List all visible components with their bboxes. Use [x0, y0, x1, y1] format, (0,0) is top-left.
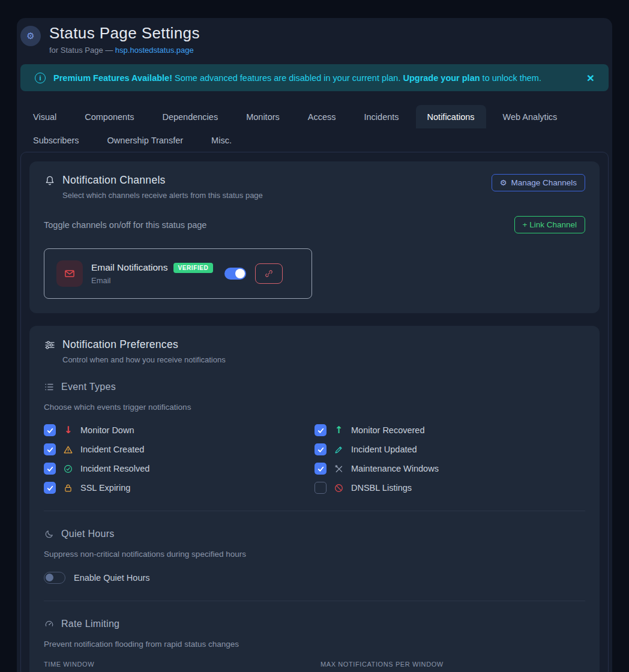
- settings-tabs: Visual Components Dependencies Monitors …: [20, 105, 585, 152]
- warning-triangle-icon: [63, 445, 73, 455]
- divider: [44, 511, 585, 511]
- page-title: Status Page Settings: [49, 24, 200, 43]
- event-item-monitor-down: ↓ Monitor Down: [44, 424, 314, 436]
- quiet-hours-section: Quiet Hours Suppress non-critical notifi…: [44, 529, 585, 584]
- channel-type: Email: [91, 276, 224, 285]
- event-item-incident-updated: Incident Updated: [314, 443, 585, 455]
- tab-access[interactable]: Access: [296, 105, 348, 128]
- event-item-monitor-recovered: ↑ Monitor Recovered: [314, 424, 585, 436]
- quiet-hours-desc: Suppress non-critical notifications duri…: [44, 550, 585, 559]
- notification-preferences-card: Notification Preferences Control when an…: [29, 326, 600, 672]
- event-item-ssl-expiring: SSL Expiring: [44, 482, 314, 494]
- monitor-down-checkbox[interactable]: [44, 424, 56, 436]
- gauge-icon: [44, 619, 55, 629]
- ban-icon: [334, 483, 344, 493]
- arrow-down-icon: ↓: [63, 425, 73, 436]
- event-item-incident-resolved: Incident Resolved: [44, 463, 314, 475]
- event-types-grid: ↓ Monitor Down ↑ Monitor Recovered: [44, 424, 585, 494]
- preferences-title: Notification Preferences: [62, 338, 178, 351]
- event-label: DNSBL Listings: [351, 483, 412, 493]
- tab-web-analytics[interactable]: Web Analytics: [492, 105, 569, 128]
- channel-name: Email Notifications: [91, 262, 168, 273]
- link-channel-label: + Link Channel: [523, 220, 577, 229]
- event-item-incident-created: Incident Created: [44, 443, 314, 455]
- event-item-dnsbl-listings: DNSBL Listings: [314, 482, 585, 494]
- settings-panel: ⚙ Status Page Settings for Status Page —…: [17, 18, 612, 672]
- notification-channels-card: Notification Channels Select which chann…: [29, 161, 600, 313]
- channels-subtitle: Select which channels receive alerts fro…: [62, 191, 263, 200]
- tab-incidents[interactable]: Incidents: [353, 105, 411, 128]
- tab-visual[interactable]: Visual: [22, 105, 68, 128]
- sliders-icon: [44, 339, 56, 351]
- list-icon: [44, 382, 55, 392]
- rate-limiting-heading: Rate Limiting: [61, 619, 119, 629]
- link-channel-button[interactable]: + Link Channel: [514, 216, 585, 233]
- monitor-recovered-checkbox[interactable]: [314, 424, 327, 436]
- tab-components[interactable]: Components: [73, 105, 145, 128]
- upgrade-plan-link[interactable]: Upgrade your plan: [403, 73, 480, 83]
- event-types-section: Event Types Choose which events trigger …: [44, 382, 585, 494]
- envelope-icon: [56, 260, 83, 287]
- email-channel-toggle[interactable]: [224, 268, 246, 280]
- page-subtitle: for Status Page — hsp.hostedstatus.page: [49, 46, 200, 55]
- event-types-heading: Event Types: [61, 382, 116, 392]
- gear-icon: ⚙: [500, 178, 507, 187]
- verified-badge: VERIFIED: [173, 263, 214, 273]
- banner-text: Premium Features Available! Some advance…: [53, 73, 541, 83]
- tab-misc[interactable]: Misc.: [200, 128, 243, 152]
- event-item-maintenance-windows: Maintenance Windows: [314, 463, 585, 475]
- event-label: Monitor Down: [80, 425, 134, 435]
- event-label: Monitor Recovered: [351, 425, 425, 435]
- event-label: Incident Created: [80, 445, 144, 454]
- gear-icon: ⚙: [20, 26, 41, 46]
- event-label: Maintenance Windows: [351, 464, 439, 473]
- tab-notifications[interactable]: Notifications: [416, 105, 486, 128]
- rate-limiting-desc: Prevent notification flooding from rapid…: [44, 640, 585, 649]
- info-icon: i: [35, 73, 46, 83]
- banner-suffix: to unlock them.: [480, 73, 541, 83]
- ssl-expiring-checkbox[interactable]: [44, 482, 56, 494]
- divider: [44, 601, 585, 601]
- premium-banner: i Premium Features Available! Some advan…: [20, 64, 609, 91]
- chain-link-icon: [264, 269, 274, 278]
- max-notifications-label: MAX NOTIFICATIONS PER WINDOW: [321, 661, 585, 668]
- status-page-link[interactable]: hsp.hostedstatus.page: [115, 46, 194, 55]
- manage-channels-button[interactable]: ⚙ Manage Channels: [492, 174, 585, 191]
- dnsbl-listings-checkbox[interactable]: [314, 482, 327, 494]
- rate-limiting-section: Rate Limiting Prevent notification flood…: [44, 619, 585, 672]
- notifications-tab-content: Notification Channels Select which chann…: [20, 152, 609, 672]
- tab-monitors[interactable]: Monitors: [235, 105, 291, 128]
- tools-icon: [334, 464, 344, 474]
- lock-icon: [63, 483, 73, 493]
- event-label: SSL Expiring: [80, 483, 130, 493]
- incident-resolved-checkbox[interactable]: [44, 463, 56, 475]
- quiet-hours-heading: Quiet Hours: [61, 529, 115, 539]
- tab-subscribers[interactable]: Subscribers: [22, 128, 91, 152]
- unlink-channel-button[interactable]: [255, 263, 283, 284]
- preferences-subtitle: Control when and how you receive notific…: [62, 355, 585, 364]
- moon-icon: [44, 529, 55, 539]
- incident-updated-checkbox[interactable]: [314, 443, 327, 455]
- quiet-hours-toggle-label: Enable Quiet Hours: [74, 573, 150, 583]
- email-channel-card: Email Notifications VERIFIED Email: [44, 248, 312, 299]
- event-label: Incident Resolved: [80, 464, 149, 473]
- maintenance-windows-checkbox[interactable]: [314, 463, 327, 475]
- incident-created-checkbox[interactable]: [44, 443, 56, 455]
- banner-message: Some advanced features are disabled in y…: [172, 73, 403, 83]
- bell-icon: [44, 175, 56, 187]
- time-window-label: TIME WINDOW: [44, 661, 308, 668]
- event-types-desc: Choose which events trigger notification…: [44, 403, 585, 412]
- banner-title: Premium Features Available!: [53, 73, 172, 83]
- check-circle-icon: [63, 464, 73, 474]
- close-icon[interactable]: ×: [587, 71, 594, 84]
- event-label: Incident Updated: [351, 445, 417, 454]
- pencil-icon: [334, 445, 344, 455]
- tab-dependencies[interactable]: Dependencies: [151, 105, 229, 128]
- tab-ownership-transfer[interactable]: Ownership Transfer: [96, 128, 195, 152]
- arrow-up-icon: ↑: [334, 425, 344, 436]
- quiet-hours-toggle[interactable]: [44, 572, 65, 584]
- channels-title: Notification Channels: [62, 174, 166, 187]
- toggle-channels-hint: Toggle channels on/off for this status p…: [44, 220, 206, 230]
- manage-channels-label: Manage Channels: [511, 178, 577, 187]
- page-header: ⚙ Status Page Settings for Status Page —…: [20, 23, 609, 55]
